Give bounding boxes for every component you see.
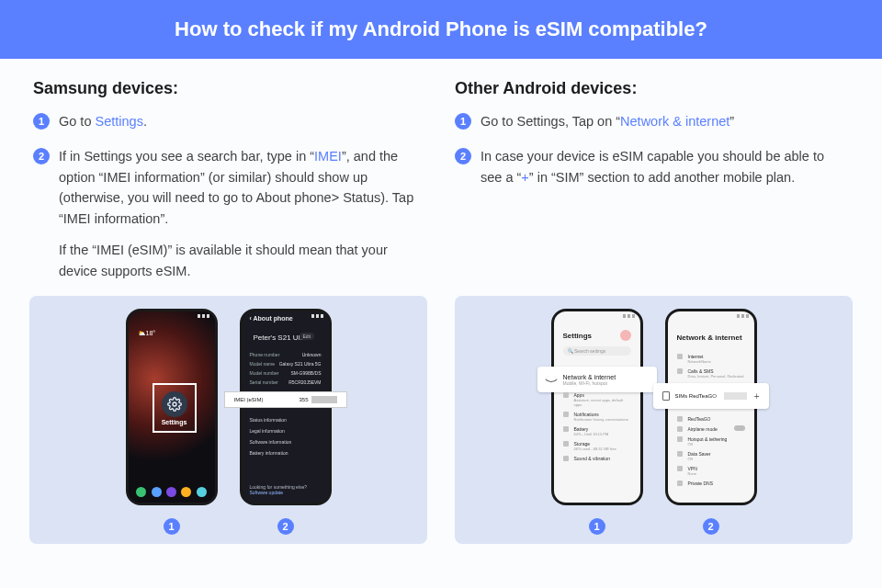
list-item: InternetNetworkName xyxy=(677,350,745,365)
android-step-1: 1 Go to Settings, Tap on “Network & inte… xyxy=(455,111,849,131)
imei-prefix: 355 xyxy=(299,397,308,402)
list-item: RedTeaGO xyxy=(677,413,745,423)
list-item: NotificationsNotification history, conve… xyxy=(563,408,631,423)
list-item: Status information xyxy=(250,414,322,425)
settings-link[interactable]: Settings xyxy=(96,114,143,129)
list-row: Model numberSM-G998B/DS xyxy=(250,368,322,378)
plus-link[interactable]: + xyxy=(521,170,528,185)
list-row: Phone numberUnknown xyxy=(250,350,322,359)
samsung-panel: ⛅18° Settings 1 xyxy=(29,296,427,544)
android-steps: 1 Go to Settings, Tap on “Network & inte… xyxy=(455,111,849,187)
step-text: Go to Settings, Tap on “Network & intern… xyxy=(481,111,849,131)
settings-list: AppsAssistant, recent apps, default apps… xyxy=(563,389,631,462)
settings-title: Settings xyxy=(563,332,593,340)
imei-masked xyxy=(311,396,337,403)
list-item: Calls & SMSData, Instant, Personal, Dedi… xyxy=(677,365,745,379)
imei-esim-label: IMEI (eSIM) xyxy=(234,397,264,402)
list-item: Battery64% - Until 10:15 PM xyxy=(563,423,631,437)
list-item: Hotspot & tetheringOff xyxy=(677,433,745,447)
step-number-badge: 2 xyxy=(33,148,50,164)
callout-subtitle: RedTeaGO xyxy=(689,393,717,399)
network-list-bottom: RedTeaGO Airplane mode Hotspot & tetheri… xyxy=(677,413,745,487)
plus-icon: + xyxy=(754,391,760,401)
content-columns: Samsung devices: 1 Go to Settings. 2 If … xyxy=(0,59,882,296)
dock xyxy=(134,487,209,497)
sims-callout: SIMs RedTeaGO + xyxy=(653,383,769,409)
svg-point-0 xyxy=(173,402,176,406)
network-internet-title: Network & internet xyxy=(677,334,742,342)
toggle-icon xyxy=(734,425,745,431)
sim-masked xyxy=(724,392,747,400)
screenshot-index-badge: 1 xyxy=(589,518,605,535)
text: Go to xyxy=(59,114,96,129)
network-internet-link[interactable]: Network & internet xyxy=(620,114,729,129)
android-step-2: 2 In case your device is eSIM capable yo… xyxy=(455,146,849,187)
screenshot-panels: ⛅18° Settings 1 xyxy=(0,296,882,566)
imei-link[interactable]: IMEI xyxy=(314,149,342,164)
dock-app-icon xyxy=(197,487,207,497)
status-bar xyxy=(560,314,635,318)
step-text: In case your device is eSIM capable you … xyxy=(481,146,849,187)
step-text: Go to Settings. xyxy=(59,111,427,131)
list-row: Serial numberR5CR20J5EVM xyxy=(250,378,322,387)
text: Go to Settings, Tap on “ xyxy=(481,114,620,129)
status-bar xyxy=(134,314,209,318)
screenshot-index-badge: 1 xyxy=(164,518,180,535)
text: ” xyxy=(729,114,734,129)
samsung-phone-2-block: ‹ About phone Peter's S21 Ultra Edit Pho… xyxy=(240,309,332,535)
samsung-phone-1: ⛅18° Settings xyxy=(126,309,218,505)
dock-app-icon xyxy=(181,487,191,497)
android-phone-2-block: Network & internet InternetNetworkName C… xyxy=(665,309,757,535)
list-item: Data SaverOff xyxy=(677,447,745,462)
footer-help: Looking for something else? Software upd… xyxy=(250,484,322,495)
callout-title: Network & internet xyxy=(563,374,616,380)
callout-subtitle: Mobile, Wi-Fi, hotspot xyxy=(563,380,616,386)
list-item: Battery information xyxy=(250,447,322,458)
text: . xyxy=(143,114,147,129)
android-column: Other Android devices: 1 Go to Settings,… xyxy=(455,75,849,296)
step-text: If in Settings you see a search bar, typ… xyxy=(59,146,427,281)
list-item: Storage46% used - 68.61 GB free xyxy=(563,437,631,452)
dock-app-icon xyxy=(166,487,176,497)
samsung-phone-1-block: ⛅18° Settings 1 xyxy=(126,309,218,535)
list-item: Software information xyxy=(250,436,322,447)
list-item: VPNNone xyxy=(677,462,745,477)
list-item: Airplane mode xyxy=(677,423,745,433)
android-phone-2: Network & internet InternetNetworkName C… xyxy=(665,309,757,505)
callout-title: SIMs xyxy=(675,393,688,399)
android-heading: Other Android devices: xyxy=(455,79,849,98)
step-number-badge: 1 xyxy=(455,113,471,130)
gear-icon xyxy=(162,391,187,417)
settings-icon-label: Settings xyxy=(162,419,187,425)
android-phone-1-block: Settings 🔍 Search settings Network & int… xyxy=(551,309,643,535)
wifi-icon xyxy=(544,373,557,386)
imei-esim-callout: IMEI (eSIM) 355 xyxy=(224,391,347,408)
search-settings-field: 🔍 Search settings xyxy=(563,346,631,356)
weather-widget: ⛅18° xyxy=(138,330,156,337)
avatar-icon xyxy=(620,330,631,341)
edit-button: Edit xyxy=(300,333,315,340)
about-phone-title: ‹ About phone xyxy=(250,315,293,322)
sim-icon xyxy=(662,391,670,401)
page-title: How to check if my Android Phone is eSIM… xyxy=(175,17,707,41)
samsung-column: Samsung devices: 1 Go to Settings. 2 If … xyxy=(33,75,427,296)
page-header: How to check if my Android Phone is eSIM… xyxy=(0,0,882,59)
list-item: Private DNS xyxy=(677,477,745,487)
about-phone-list: Phone numberUnknown Model nameGalaxy S21… xyxy=(250,350,322,387)
samsung-steps: 1 Go to Settings. 2 If in Settings you s… xyxy=(33,111,427,281)
status-bar xyxy=(673,314,749,318)
screenshot-index-badge: 2 xyxy=(703,518,719,535)
android-phone-1: Settings 🔍 Search settings Network & int… xyxy=(551,309,643,505)
screenshot-index-badge: 2 xyxy=(277,518,294,535)
samsung-heading: Samsung devices: xyxy=(33,79,427,98)
text: ” in “SIM” section to add another mobile… xyxy=(529,170,795,185)
step-number-badge: 1 xyxy=(33,113,50,130)
samsung-step-1: 1 Go to Settings. xyxy=(33,111,427,131)
list-item: AppsAssistant, recent apps, default apps xyxy=(563,389,631,408)
network-list-top: InternetNetworkName Calls & SMSData, Ins… xyxy=(677,350,745,379)
step-number-badge: 2 xyxy=(455,148,471,164)
samsung-phone-2: ‹ About phone Peter's S21 Ultra Edit Pho… xyxy=(240,309,332,505)
android-panel: Settings 🔍 Search settings Network & int… xyxy=(455,296,853,544)
settings-icon-highlight: Settings xyxy=(153,383,197,433)
list-item: Sound & vibration xyxy=(563,452,631,462)
